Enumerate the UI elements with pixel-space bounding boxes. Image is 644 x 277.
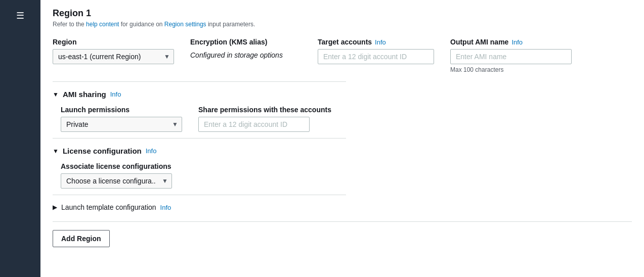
share-permissions-field: Share permissions with these accounts <box>198 106 346 132</box>
license-collapse-icon: ▼ <box>53 148 59 155</box>
launch-permissions-label: Launch permissions <box>61 106 182 114</box>
launch-template-section: ▶ Launch template configuration Info <box>53 195 346 211</box>
encryption-label: Encryption (KMS alias) <box>190 38 302 46</box>
region-description: Refer to the help content for guidance o… <box>53 21 632 28</box>
launch-template-divider <box>53 195 346 195</box>
ami-sharing-divider <box>53 81 346 82</box>
output-ami-input[interactable] <box>450 49 572 64</box>
share-permissions-input[interactable] <box>198 117 310 132</box>
target-accounts-label-row: Target accounts Info <box>318 38 434 46</box>
top-grid: Region us-east-1 (current Region) ▼ Encr… <box>53 38 632 73</box>
ami-sharing-title: AMI sharing <box>63 90 106 99</box>
sidebar: ☰ <box>0 0 40 277</box>
encryption-value: Configured in storage options <box>190 49 302 59</box>
target-accounts-field: Target accounts Info <box>318 38 434 73</box>
description-prefix: Refer to the <box>53 21 84 28</box>
associate-license-select-wrapper: Choose a license configura... ▼ <box>61 173 172 189</box>
description-for: for guidance on <box>121 21 163 28</box>
launch-permissions-select[interactable]: PrivatePublicShared <box>61 117 182 132</box>
launch-permissions-select-wrapper: PrivatePublicShared ▼ <box>61 117 182 132</box>
max-chars-text: Max 100 characters <box>450 66 572 73</box>
license-info-link[interactable]: Info <box>146 147 157 155</box>
region-select-wrapper: us-east-1 (current Region) ▼ <box>53 49 174 64</box>
ami-sharing-section: ▼ AMI sharing Info Launch permissions Pr… <box>53 81 346 132</box>
ami-sharing-header[interactable]: ▼ AMI sharing Info <box>53 90 346 99</box>
launch-template-expand-icon: ▶ <box>53 204 57 211</box>
launch-template-title: Launch template configuration <box>61 203 156 211</box>
region-field: Region us-east-1 (current Region) ▼ <box>53 38 174 73</box>
license-configuration-section: ▼ License configuration Info Associate l… <box>53 138 346 189</box>
output-ami-label: Output AMI name <box>450 38 508 46</box>
region-title: Region 1 <box>53 8 632 19</box>
main-content: Region 1 Refer to the help content for g… <box>40 0 644 277</box>
ami-sharing-collapse-icon: ▼ <box>53 91 59 98</box>
encryption-field: Encryption (KMS alias) Configured in sto… <box>190 38 302 73</box>
help-content-link[interactable]: help content <box>86 21 119 28</box>
region-settings-link[interactable]: Region settings <box>164 21 206 28</box>
menu-icon[interactable]: ☰ <box>12 6 28 25</box>
region-label: Region <box>53 38 174 46</box>
output-ami-field: Output AMI name Info Max 100 characters <box>450 38 572 73</box>
target-accounts-info-link[interactable]: Info <box>375 38 386 46</box>
associate-license-select[interactable]: Choose a license configura... <box>61 173 172 189</box>
ami-sharing-grid: Launch permissions PrivatePublicShared ▼… <box>53 106 346 132</box>
launch-permissions-field: Launch permissions PrivatePublicShared ▼ <box>61 106 182 132</box>
share-permissions-label: Share permissions with these accounts <box>198 106 346 114</box>
launch-template-info-link[interactable]: Info <box>160 204 171 211</box>
license-divider <box>53 138 346 138</box>
license-header[interactable]: ▼ License configuration Info <box>53 147 346 155</box>
associate-license-label: Associate license configurations <box>61 162 346 170</box>
add-region-button[interactable]: Add Region <box>53 230 110 247</box>
launch-template-header[interactable]: ▶ Launch template configuration Info <box>53 203 346 211</box>
output-ami-info-link[interactable]: Info <box>511 38 523 46</box>
ami-sharing-info-link[interactable]: Info <box>110 90 121 98</box>
region-select[interactable]: us-east-1 (current Region) <box>53 49 174 64</box>
target-accounts-label: Target accounts <box>318 38 372 46</box>
license-title: License configuration <box>63 147 142 155</box>
description-suffix: input parameters. <box>208 21 255 28</box>
bottom-divider <box>53 221 632 222</box>
target-accounts-input[interactable] <box>318 49 434 64</box>
license-grid: Associate license configurations Choose … <box>53 162 346 189</box>
output-ami-label-row: Output AMI name Info <box>450 38 572 46</box>
